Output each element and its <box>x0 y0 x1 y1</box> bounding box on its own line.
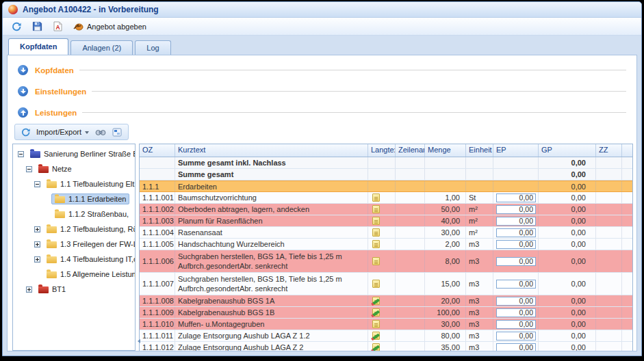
arrow-down-circle-icon[interactable] <box>18 86 28 96</box>
submit-offer-button[interactable]: Angebot abgeben <box>70 21 150 32</box>
ep-input[interactable] <box>496 343 536 351</box>
arrow-down-circle-icon[interactable] <box>18 65 28 75</box>
ep-input[interactable] <box>496 280 536 289</box>
table-row[interactable]: 1.1.1.011 Zulage Entsorgung Aushub LAGA … <box>140 330 632 342</box>
langtext-note-icon[interactable] <box>372 240 380 248</box>
table-row[interactable]: Summe gesamt inkl. Nachlass <box>140 157 632 169</box>
tree-expander-icon[interactable] <box>34 226 40 232</box>
langtext-note-icon[interactable] <box>372 297 380 305</box>
pdf-export-button[interactable]: A <box>50 20 66 33</box>
tree-expander-icon[interactable] <box>34 256 40 263</box>
column-header-langtext[interactable]: Langtext <box>368 144 396 157</box>
table-row[interactable]: 1.1.1.002 Oberboden abtragen, lagern, an… <box>140 204 632 215</box>
column-header-zz[interactable]: ZZ <box>596 144 622 157</box>
tree-node-body[interactable]: 1.1.1 Erdarbeiten <box>51 193 129 204</box>
tree-node[interactable]: Netze <box>13 161 135 176</box>
table-row[interactable]: 1.1.1 Erdarbeiten <box>140 180 632 192</box>
import-export-dropdown[interactable]: Import/Export <box>36 128 89 136</box>
tree-expander-icon[interactable] <box>34 181 40 187</box>
tree-node-body[interactable]: 1.5 Allgemeine Leistun <box>43 269 135 280</box>
column-header-zeilenart[interactable]: Zeilenart <box>396 144 425 157</box>
langtext-note-icon[interactable] <box>372 343 380 351</box>
langtext-note-icon[interactable] <box>372 308 380 317</box>
ep-input[interactable] <box>496 205 536 214</box>
langtext-note-icon[interactable] <box>372 170 380 178</box>
tree-node[interactable]: 1.5 Allgemeine Leistun <box>13 267 135 282</box>
tree-expander-icon[interactable] <box>34 241 40 248</box>
ep-input[interactable] <box>496 217 536 226</box>
table-row[interactable]: 1.1.1.005 Handschachtung Wurzelbereich 2… <box>140 239 632 250</box>
table-row[interactable]: 1.1.1.008 Kabelgrabenaushub BGS 1A 20,00 <box>140 295 632 307</box>
column-header-gp[interactable]: GP <box>539 144 596 157</box>
tree-node-body[interactable]: BT1 <box>35 284 69 295</box>
table-row[interactable]: 1.1.1.012 Zulage Entsorgung Aushub LAGA … <box>140 342 632 351</box>
tree-node[interactable]: 1.4 Tiefbauleistung IT,o <box>13 252 135 267</box>
tree-node-body[interactable]: 1.2 Tiefbauleistung, Rü <box>43 224 135 235</box>
tree-node-body[interactable]: 1.4 Tiefbauleistung IT,o <box>43 254 135 265</box>
cell-zz <box>596 250 622 272</box>
tree-node-body[interactable]: 1.3 Freilegen der FW-L <box>43 239 135 250</box>
tab-log[interactable]: Log <box>135 40 170 55</box>
langtext-note-icon[interactable] <box>372 257 380 265</box>
langtext-note-icon[interactable] <box>372 217 380 225</box>
tree-node[interactable]: 1.1 Tiefbauleistung Elt, <box>13 176 135 191</box>
tree-node[interactable]: BT1 <box>13 282 135 297</box>
table-row[interactable]: 1.1.1.007 Suchgraben herstellen, BGS 1B,… <box>140 273 632 295</box>
langtext-note-icon[interactable] <box>372 159 380 167</box>
langtext-note-icon[interactable] <box>372 332 380 340</box>
table-row[interactable]: 1.1.1.009 Kabelgrabenaushub BGS 1B 100,0… <box>140 307 632 319</box>
ep-input[interactable] <box>496 297 536 306</box>
table-row[interactable]: 1.1.1.003 Planum für Rasenflächen 40,00 <box>140 215 632 227</box>
ep-input[interactable] <box>496 193 536 202</box>
tree-node[interactable]: 1.2 Tiefbauleistung, Rü <box>13 222 135 237</box>
table-row[interactable]: 1.1.1.004 Rasenansaat 30,00 <box>140 227 632 239</box>
tree-expander-icon[interactable] <box>18 151 24 157</box>
column-header-ep[interactable]: EP <box>493 144 539 157</box>
langtext-note-icon[interactable] <box>372 280 380 288</box>
tree-node-body[interactable]: Sanierung Berliner Straße Ber <box>27 148 135 159</box>
ep-input[interactable] <box>496 332 536 340</box>
refresh-button[interactable] <box>8 21 25 33</box>
langtext-note-icon[interactable] <box>372 205 380 213</box>
refresh-button[interactable] <box>21 128 30 137</box>
structure-view-button[interactable] <box>112 128 122 137</box>
tree-expander-icon[interactable] <box>26 166 32 172</box>
ep-input[interactable] <box>496 308 536 317</box>
table-row[interactable]: 1.1.1.006 Suchgraben herstellen, BGS 1A,… <box>140 250 632 273</box>
tree-expander-icon[interactable] <box>26 286 32 293</box>
section-header-leistungen[interactable]: Leistungen <box>11 102 633 123</box>
langtext-note-icon[interactable] <box>372 228 380 237</box>
save-button[interactable] <box>29 20 46 33</box>
ep-input[interactable] <box>496 228 536 237</box>
langtext-note-icon[interactable] <box>372 183 380 191</box>
search-positions-button[interactable] <box>95 127 106 137</box>
tree-node[interactable]: 1.3 Freilegen der FW-L <box>13 237 135 252</box>
section-header-kopfdaten[interactable]: Kopfdaten <box>11 59 633 81</box>
tab-kopfdaten[interactable]: Kopfdaten <box>8 38 68 55</box>
tree-node[interactable]: 1.1.2 Straßenbau, <box>13 206 135 222</box>
tree-grid-splitter[interactable] <box>136 144 139 351</box>
tree-node[interactable]: 1.1.1 Erdarbeiten <box>13 191 135 206</box>
tree-node-body[interactable]: Netze <box>35 163 75 174</box>
ep-input[interactable] <box>496 257 536 266</box>
tab-anlagen[interactable]: Anlagen (2) <box>70 40 133 55</box>
table-row[interactable]: 1.1.1.010 Muffen- u.Montagegruben 30,00 <box>140 319 632 330</box>
column-header-einheit[interactable]: Einheit <box>466 144 493 157</box>
cell-kurztext: Handschachtung Wurzelbereich <box>175 239 368 250</box>
langtext-note-icon[interactable] <box>372 320 380 328</box>
ep-input[interactable] <box>496 240 536 249</box>
section-header-einstellungen[interactable]: Einstellungen <box>11 81 633 102</box>
angebot-window: Angebot A100422 - in Vorbereitung A Ange… <box>2 1 642 356</box>
tree-node[interactable]: Sanierung Berliner Straße Ber <box>13 146 135 161</box>
tree-node-body[interactable]: 1.1.2 Straßenbau, <box>51 209 132 219</box>
table-row[interactable]: Summe gesamt <box>140 169 632 180</box>
table-row[interactable]: 1.1.1.001 Baumschutzvorrichtung 1,00 <box>140 192 632 204</box>
tree-node-body[interactable]: 1.1 Tiefbauleistung Elt, <box>43 178 135 189</box>
arrow-up-circle-icon[interactable] <box>18 107 28 118</box>
column-header-kurztext[interactable]: Kurztext <box>175 144 368 157</box>
column-header-menge[interactable]: Menge <box>425 144 466 157</box>
ep-input[interactable] <box>496 320 536 329</box>
column-header-oz[interactable]: OZ <box>140 144 175 157</box>
langtext-note-icon[interactable] <box>372 193 380 202</box>
cell-langtext <box>368 250 396 272</box>
